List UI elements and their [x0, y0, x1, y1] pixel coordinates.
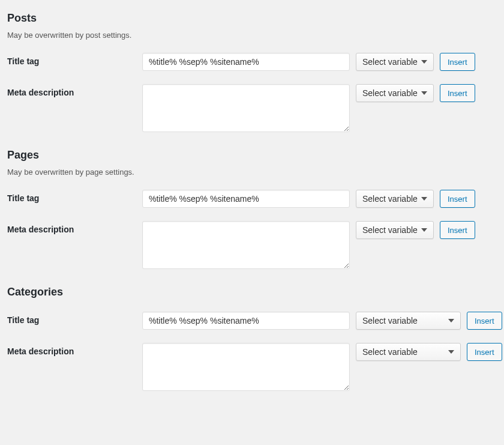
variable-select[interactable]: Select variable — [356, 84, 434, 102]
select-label: Select variable — [362, 57, 418, 67]
field-label-meta: Meta description — [7, 343, 142, 356]
insert-button[interactable]: Insert — [440, 190, 475, 208]
section-hint: May be overwritten by page settings. — [7, 168, 497, 177]
title-tag-input[interactable] — [142, 53, 350, 71]
variable-select[interactable]: Select variable — [356, 221, 434, 239]
select-label: Select variable — [362, 88, 418, 98]
select-label: Select variable — [362, 194, 418, 204]
select-label: Select variable — [362, 347, 418, 357]
row-meta-description: Meta description Select variable Insert — [7, 221, 497, 269]
section-posts: Posts May be overwritten by post setting… — [7, 12, 497, 132]
title-tag-input[interactable] — [142, 312, 350, 330]
section-heading: Pages — [7, 149, 497, 162]
insert-button[interactable]: Insert — [440, 84, 475, 102]
chevron-down-icon — [448, 319, 454, 322]
select-label: Select variable — [362, 316, 418, 325]
insert-button[interactable]: Insert — [467, 343, 502, 361]
insert-button[interactable]: Insert — [467, 312, 502, 330]
field-controls: Select variable Insert — [142, 312, 502, 330]
field-label-title: Title tag — [7, 190, 142, 203]
field-label-title: Title tag — [7, 312, 142, 325]
select-label: Select variable — [362, 225, 418, 235]
field-controls: Select variable Insert — [142, 53, 475, 71]
field-controls: Select variable Insert — [142, 343, 502, 391]
field-label-meta: Meta description — [7, 84, 142, 97]
chevron-down-icon — [421, 91, 427, 95]
field-controls: Select variable Insert — [142, 221, 475, 269]
section-categories: Categories Title tag Select variable Ins… — [7, 286, 497, 391]
meta-description-textarea[interactable] — [142, 343, 350, 391]
section-heading: Categories — [7, 286, 497, 298]
row-meta-description: Meta description Select variable Insert — [7, 343, 497, 391]
section-hint: May be overwritten by post settings. — [7, 31, 497, 40]
field-controls: Select variable Insert — [142, 84, 475, 132]
row-title-tag: Title tag Select variable Insert — [7, 190, 497, 208]
variable-select[interactable]: Select variable — [356, 190, 434, 208]
meta-description-textarea[interactable] — [142, 84, 350, 132]
section-pages: Pages May be overwritten by page setting… — [7, 149, 497, 269]
chevron-down-icon — [448, 350, 454, 354]
field-controls: Select variable Insert — [142, 190, 475, 208]
section-heading: Posts — [7, 12, 497, 25]
chevron-down-icon — [421, 60, 427, 64]
field-label-title: Title tag — [7, 53, 142, 66]
row-title-tag: Title tag Select variable Insert — [7, 312, 497, 330]
chevron-down-icon — [421, 197, 427, 201]
field-label-meta: Meta description — [7, 221, 142, 234]
meta-description-textarea[interactable] — [142, 221, 350, 269]
title-tag-input[interactable] — [142, 190, 350, 208]
variable-select[interactable]: Select variable — [356, 312, 461, 330]
chevron-down-icon — [421, 228, 427, 232]
variable-select[interactable]: Select variable — [356, 343, 461, 361]
insert-button[interactable]: Insert — [440, 53, 475, 71]
insert-button[interactable]: Insert — [440, 221, 475, 239]
row-meta-description: Meta description Select variable Insert — [7, 84, 497, 132]
variable-select[interactable]: Select variable — [356, 53, 434, 71]
row-title-tag: Title tag Select variable Insert — [7, 53, 497, 71]
